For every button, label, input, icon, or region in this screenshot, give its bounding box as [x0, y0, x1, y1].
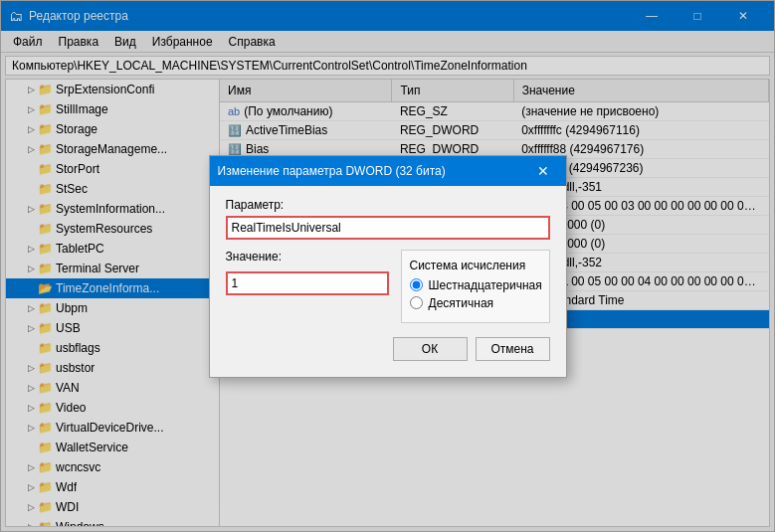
dialog-title: Изменение параметра DWORD (32 бита) [218, 164, 528, 178]
radio-hex[interactable]: Шестнадцатеричная [410, 278, 541, 292]
dword-edit-dialog: Изменение параметра DWORD (32 бита) ✕ Па… [209, 155, 567, 378]
value-input[interactable] [226, 271, 389, 295]
ok-button[interactable]: ОК [393, 337, 468, 361]
cancel-button[interactable]: Отмена [476, 337, 550, 361]
radix-title: Система исчисления [410, 259, 541, 272]
dialog-buttons: ОК Отмена [226, 337, 550, 361]
radio-dec[interactable]: Десятичная [410, 296, 541, 310]
registry-editor-window: 🗂 Редактор реестра — □ ✕ Файл Правка Вид… [0, 0, 775, 532]
radio-hex-label: Шестнадцатеричная [429, 278, 542, 292]
radix-section: Система исчисления Шестнадцатеричная Дес… [401, 250, 550, 323]
dialog-title-bar: Изменение параметра DWORD (32 бита) ✕ [210, 156, 566, 186]
param-name-input[interactable] [226, 216, 550, 240]
dialog-value-row: Значение: Система исчисления Шестнадцате… [226, 250, 550, 323]
value-label: Значение: [226, 250, 389, 264]
radio-dec-input[interactable] [410, 296, 423, 309]
dialog-close-button[interactable]: ✕ [528, 156, 558, 186]
param-label: Параметр: [226, 198, 550, 212]
dialog-body: Параметр: Значение: Система исчисления Ш… [210, 186, 566, 377]
radio-hex-input[interactable] [410, 278, 423, 291]
radio-dec-label: Десятичная [429, 296, 494, 310]
value-section: Значение: [226, 250, 389, 323]
dialog-overlay: Изменение параметра DWORD (32 бита) ✕ Па… [1, 1, 774, 531]
